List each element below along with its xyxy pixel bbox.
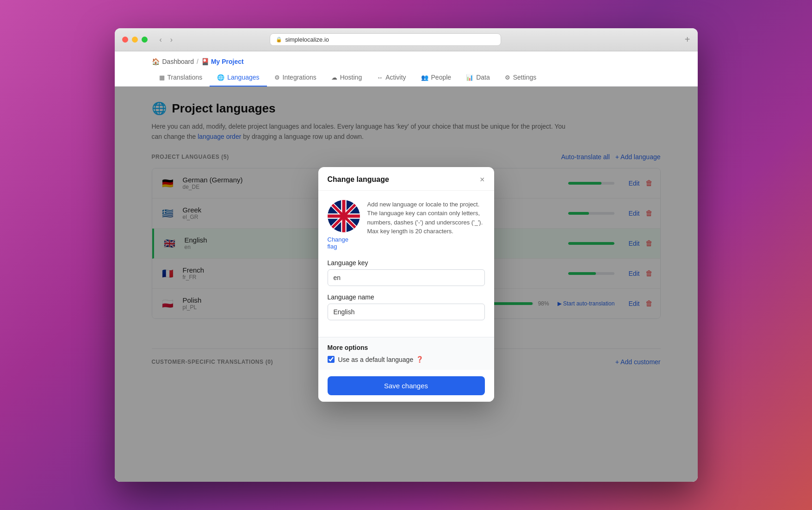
tab-data-label: Data	[476, 74, 490, 81]
tab-hosting[interactable]: ☁ Hosting	[324, 69, 369, 87]
data-icon: 📊	[466, 74, 473, 81]
translations-icon: ▦	[159, 74, 165, 81]
home-icon: 🏠	[152, 58, 160, 65]
maximize-button[interactable]	[142, 37, 148, 43]
change-flag-link[interactable]: Change flag	[328, 236, 360, 250]
save-changes-button[interactable]: Save changes	[328, 376, 485, 395]
tab-settings[interactable]: ⚙ Settings	[497, 69, 544, 87]
lock-icon: 🔒	[276, 37, 282, 43]
tab-translations-label: Translations	[167, 74, 203, 81]
add-tab-button[interactable]: +	[685, 34, 690, 45]
tab-data[interactable]: 📊 Data	[459, 69, 497, 87]
url-bar[interactable]: 🔒 simplelocalize.io	[270, 33, 501, 46]
more-options-title: More options	[328, 344, 485, 351]
activity-icon: ↔	[377, 74, 383, 81]
tab-hosting-label: Hosting	[340, 74, 362, 81]
back-button[interactable]: ‹	[157, 34, 165, 46]
close-button[interactable]	[122, 37, 128, 43]
language-name-group: Language name	[328, 293, 485, 320]
minimize-button[interactable]	[132, 37, 138, 43]
language-name-label: Language name	[328, 293, 485, 301]
tab-integrations[interactable]: ⚙ Integrations	[267, 69, 324, 87]
language-name-input[interactable]	[328, 304, 485, 320]
url-text: simplelocalize.io	[285, 36, 329, 43]
modal-overlay[interactable]: Change language ×	[115, 87, 698, 482]
breadcrumb-dashboard[interactable]: Dashboard	[162, 58, 194, 65]
app-content: 🏠 Dashboard / 🎴 My Project ▦ Translation…	[115, 51, 698, 482]
breadcrumb-project[interactable]: 🎴 My Project	[201, 58, 244, 65]
modal-close-button[interactable]: ×	[480, 175, 485, 184]
project-name: My Project	[211, 58, 244, 65]
modal-header: Change language ×	[318, 167, 494, 191]
language-key-label: Language key	[328, 259, 485, 267]
tab-integrations-label: Integrations	[283, 74, 316, 81]
title-bar: ‹ › 🔒 simplelocalize.io +	[115, 28, 698, 51]
modal-title: Change language	[328, 175, 389, 184]
integrations-icon: ⚙	[274, 74, 280, 81]
settings-icon: ⚙	[505, 74, 510, 81]
flag-description: Add new language or locale to the projec…	[367, 200, 485, 236]
browser-nav: ‹ ›	[157, 34, 176, 46]
tab-people[interactable]: 👥 People	[414, 69, 459, 87]
nav-tabs: ▦ Translations 🌐 Languages ⚙ Integration…	[115, 69, 698, 87]
more-options-section: More options Use as a default language ❓	[318, 337, 494, 370]
flag-section: Change flag Add new language or locale t…	[328, 200, 485, 250]
tab-people-label: People	[431, 74, 452, 81]
language-key-input[interactable]	[328, 269, 485, 286]
flag-container: Change flag	[328, 200, 360, 250]
help-icon: ❓	[416, 356, 423, 363]
tab-translations[interactable]: ▦ Translations	[152, 69, 210, 87]
tab-activity-label: Activity	[385, 74, 406, 81]
tab-languages[interactable]: 🌐 Languages	[210, 69, 267, 87]
hosting-icon: ☁	[331, 74, 337, 81]
forward-button[interactable]: ›	[167, 34, 175, 46]
mac-window: ‹ › 🔒 simplelocalize.io + 🏠 Dashboard / …	[115, 28, 698, 482]
uk-flag	[328, 200, 360, 232]
modal-footer: Save changes	[318, 370, 494, 402]
language-key-group: Language key	[328, 259, 485, 286]
main-content: 🌐 Project languages Here you can add, mo…	[115, 87, 698, 482]
tab-activity[interactable]: ↔ Activity	[369, 69, 413, 87]
change-language-modal: Change language ×	[318, 167, 494, 402]
project-emoji: 🎴	[201, 58, 209, 65]
breadcrumb: 🏠 Dashboard / 🎴 My Project	[115, 51, 698, 65]
default-language-row: Use as a default language ❓	[328, 356, 485, 363]
modal-body: Change flag Add new language or locale t…	[318, 191, 494, 337]
breadcrumb-separator: /	[197, 58, 198, 65]
languages-icon: 🌐	[217, 74, 224, 81]
tab-settings-label: Settings	[513, 74, 537, 81]
people-icon: 👥	[421, 74, 428, 81]
tab-languages-label: Languages	[227, 74, 259, 81]
default-language-checkbox[interactable]	[328, 356, 335, 363]
traffic-lights	[122, 37, 148, 43]
default-language-label: Use as a default language ❓	[338, 356, 424, 363]
